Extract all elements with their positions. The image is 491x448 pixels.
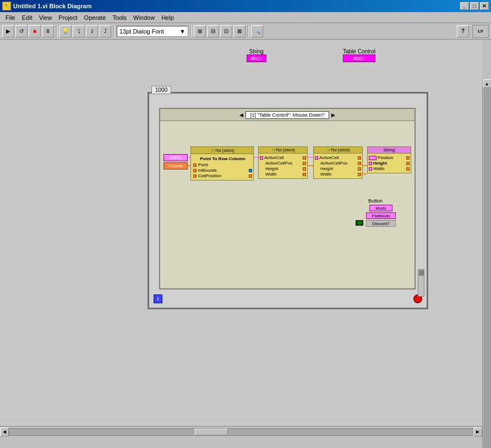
tbl2-activecellpos-out — [358, 162, 361, 165]
cluster-position-out — [406, 156, 410, 160]
zoom-button[interactable]: 🔍 — [251, 25, 263, 37]
separator-2 — [113, 26, 114, 37]
tbl2-activecell-label: ActiveCell — [319, 155, 339, 160]
font-selector[interactable]: 13pt Dialog Font ▼ — [117, 26, 188, 37]
tbl1-port-activecell: ActiveCell — [260, 155, 306, 160]
discard-terminal: Discard? — [366, 220, 396, 227]
cluster-in-pink-3 — [369, 167, 372, 171]
cluster-position-label: Position — [378, 155, 393, 160]
scrollbar-thumb-h[interactable] — [195, 429, 228, 435]
menu-tools[interactable]: Tools — [109, 13, 130, 22]
separator-4 — [248, 26, 249, 37]
string-float-label: String abc▷ — [247, 48, 266, 62]
horizontal-scrollbar-area: ◀ ▶ — [0, 426, 482, 437]
run-button[interactable]: ▶ — [2, 25, 14, 37]
tbl1-in-pink — [260, 156, 263, 160]
cluster-height-row: Height — [369, 161, 410, 166]
tbl2-height-out — [358, 167, 361, 171]
string-terminal-1: abc▷ — [247, 54, 266, 62]
align-button[interactable]: ⊞ — [194, 25, 206, 37]
title-bar: 🔧 Untitled 1.vi Block Diagram _ □ ✕ — [0, 0, 491, 12]
help-button[interactable]: ? — [457, 25, 469, 37]
scroll-thumb — [419, 270, 424, 276]
tbl1-port-activecellpos: ActiveCellPos — [260, 161, 306, 166]
close-button[interactable]: ✕ — [480, 2, 489, 10]
abort-button[interactable]: ■ — [29, 25, 41, 37]
port-point-in — [193, 163, 197, 167]
point-to-row-column-label: Point To Row Column — [193, 156, 252, 161]
tbl2-width-label: Width — [320, 172, 331, 177]
window-controls[interactable]: _ □ ✕ — [460, 2, 489, 10]
menu-window[interactable]: Window — [130, 13, 158, 22]
scrollbar-track-h[interactable] — [9, 428, 473, 436]
separator-3 — [190, 26, 192, 37]
menu-view[interactable]: View — [36, 13, 56, 22]
cluster-in-pink-1 — [369, 156, 377, 160]
port-inbounds-out — [249, 169, 252, 172]
ctlref-terminal: CtlRef — [163, 154, 188, 161]
labview-logo: LV — [472, 25, 489, 38]
resize-button[interactable]: ⊡ — [220, 25, 232, 37]
menu-file[interactable]: File — [2, 13, 19, 22]
port-point-label: Point — [198, 162, 208, 167]
scroll-track-v[interactable] — [483, 88, 491, 448]
distribute-button[interactable]: ⊟ — [207, 25, 219, 37]
run-continuously-button[interactable]: ↺ — [15, 25, 28, 37]
port-inbounds-in — [193, 169, 197, 172]
event-selector-arrow-right[interactable]: ▶ — [331, 112, 335, 118]
pause-button[interactable]: ⏸ — [42, 25, 54, 37]
highlight-button[interactable]: 💡 — [59, 25, 72, 37]
step-out-button[interactable]: ⤴ — [99, 25, 111, 37]
step-into-button[interactable]: ⤵ — [73, 25, 85, 37]
tbl-strict-block-1: → Tbl (strict) ActiveCell ActiveCellPos — [258, 146, 308, 179]
menu-help[interactable]: Help — [158, 13, 177, 22]
cluster-width-out — [406, 167, 410, 171]
tbl1-height-label: Height — [265, 166, 278, 171]
while-loop-counter: 1000 — [151, 86, 171, 94]
block-diagram-canvas[interactable]: String abc▷ Table Control abc▷ 1000 i — [0, 40, 482, 437]
tbl1-activecellpos-out — [303, 162, 306, 165]
platmods-terminal: PlatMods — [366, 212, 396, 219]
tbl-strict-2-ports: ActiveCell ActiveCellPos Height Wid — [314, 154, 362, 178]
cluster-height-label: Height — [373, 161, 387, 166]
tbl1-port-width: Width — [260, 172, 306, 177]
port-point: Point — [193, 162, 252, 167]
menu-bar: File Edit View Project Operate Tools Win… — [0, 12, 491, 23]
point-to-row-column-title: → Tbl (strict) — [191, 147, 253, 154]
event-header: ◀ [1] "Table Control": Mouse Down? ▶ — [160, 109, 414, 121]
tf-terminal: TF — [356, 220, 363, 226]
tbl2-width-out — [358, 173, 361, 176]
font-dropdown-icon[interactable]: ▼ — [179, 28, 186, 35]
vertical-scrollbar[interactable]: ▲ ▼ — [482, 79, 491, 448]
cluster-position-row: Position — [369, 155, 410, 160]
tbl2-activecellpos-label: ActiveCellPos — [320, 161, 347, 166]
port-cellpos-out — [249, 174, 252, 178]
scroll-right-button[interactable]: ▶ — [473, 428, 482, 436]
tbl-strict-block-2: → Tbl (strict) ActiveCell ActiveCellPos — [313, 146, 363, 179]
while-loop: 1000 i ◀ [1] "Table Control": Mouse Down… — [148, 92, 428, 309]
minimize-button[interactable]: _ — [460, 2, 469, 10]
event-selector-arrow-left[interactable]: ◀ — [239, 112, 243, 118]
menu-project[interactable]: Project — [55, 13, 80, 22]
port-cellpos: CellPosition — [193, 173, 252, 178]
separator-1 — [56, 26, 57, 37]
string-cluster-block: String Position Height — [367, 146, 411, 173]
menu-operate[interactable]: Operate — [81, 13, 110, 22]
main-area: String abc▷ Table Control abc▷ 1000 i — [0, 40, 491, 437]
port-inbounds: InBounds — [193, 168, 252, 173]
window-icon: 🔧 — [2, 2, 11, 10]
cluster-width-row: Width — [369, 166, 410, 171]
menu-edit[interactable]: Edit — [19, 13, 36, 22]
maximize-button[interactable]: □ — [470, 2, 479, 10]
reorder-button[interactable]: ⊠ — [233, 25, 246, 37]
event-selector[interactable]: [1] "Table Control": Mouse Down? — [246, 111, 329, 119]
info-button[interactable]: i — [154, 294, 162, 303]
scroll-left-button[interactable]: ◀ — [0, 428, 9, 436]
step-over-button[interactable]: ⤸ — [86, 25, 98, 37]
table-control-float-label: Table Control abc▷ — [343, 48, 375, 62]
port-cellpos-in — [193, 174, 197, 178]
coords-terminal: Coords — [163, 162, 188, 170]
string-cluster-ports: Position Height Width — [368, 154, 411, 173]
tbl2-activecell-out — [358, 156, 361, 160]
scroll-up-button[interactable]: ▲ — [483, 79, 492, 88]
